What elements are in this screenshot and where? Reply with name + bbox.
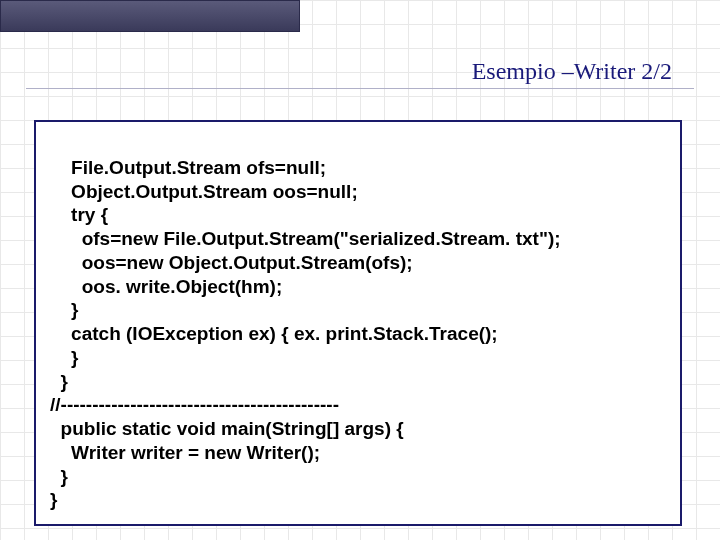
code-line: } [50, 489, 57, 510]
slide-title: Esempio –Writer 2/2 [472, 58, 672, 85]
code-line: oos. write.Object(hm); [50, 276, 282, 297]
code-line: } [50, 299, 79, 320]
code-line: } [50, 347, 79, 368]
code-line: } [50, 466, 68, 487]
code-line: Writer writer = new Writer(); [50, 442, 320, 463]
code-line: //--------------------------------------… [50, 394, 339, 415]
code-line: public static void main(String[] args) { [50, 418, 404, 439]
code-line: oos=new Object.Output.Stream(ofs); [50, 252, 413, 273]
code-line: catch (IOException ex) { ex. print.Stack… [50, 323, 503, 344]
title-underline [26, 88, 694, 89]
code-line: Object.Output.Stream oos=null; [50, 181, 358, 202]
code-block: File.Output.Stream ofs=null; Object.Outp… [34, 120, 682, 526]
code-line: try { [50, 204, 108, 225]
code-line: } [50, 371, 68, 392]
top-accent-strip [0, 0, 300, 32]
code-line: File.Output.Stream ofs=null; [50, 157, 326, 178]
code-line: ofs=new File.Output.Stream("serialized.S… [50, 228, 561, 249]
